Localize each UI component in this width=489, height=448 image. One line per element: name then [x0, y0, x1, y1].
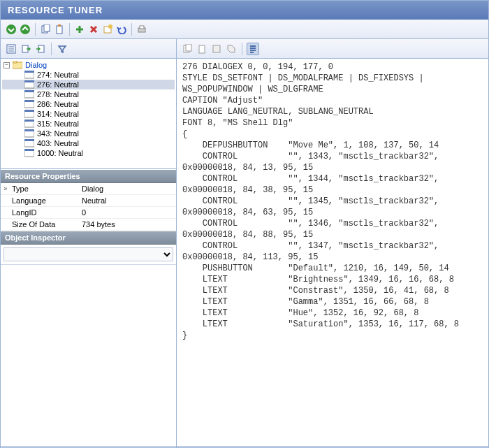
dialog-icon [24, 71, 34, 79]
separator [69, 23, 70, 36]
svg-rect-22 [24, 100, 34, 102]
dialog-icon [24, 129, 34, 138]
edit-icon[interactable] [101, 23, 114, 36]
svg-rect-4 [57, 26, 62, 34]
svg-rect-35 [199, 45, 205, 53]
svg-rect-30 [24, 139, 34, 141]
tag-icon[interactable] [225, 43, 238, 55]
paste-icon[interactable] [53, 23, 66, 36]
separator [51, 43, 52, 55]
resource-tree[interactable]: − Dialog 274: Neutral 276: Neutral 278: … [1, 59, 176, 169]
svg-rect-26 [24, 120, 34, 122]
delete-icon[interactable] [87, 23, 100, 36]
right-toolbar [177, 39, 488, 59]
text-mode-icon[interactable] [247, 43, 259, 55]
prop-row: Size Of Data734 bytes [1, 219, 176, 231]
dialog-icon [24, 149, 34, 157]
collapse-icon[interactable]: − [3, 62, 10, 68]
add-icon[interactable] [73, 23, 86, 36]
separator [35, 23, 36, 36]
folder-icon [13, 61, 22, 69]
up-arrow-icon[interactable] [19, 23, 31, 36]
dialog-icon [24, 110, 34, 118]
prop-row: TypeDialog [1, 183, 176, 195]
left-pane: − Dialog 274: Neutral 276: Neutral 278: … [1, 39, 177, 446]
print-icon[interactable] [136, 23, 148, 36]
left-toolbar [1, 39, 176, 59]
undo-icon[interactable] [115, 23, 128, 36]
import-icon[interactable] [34, 43, 47, 55]
svg-rect-34 [186, 44, 191, 51]
prop-row: LanguageNeutral [1, 195, 176, 207]
copy-icon[interactable] [39, 23, 52, 36]
separator [131, 23, 132, 36]
tree-item[interactable]: 315: Neutral [2, 119, 175, 129]
dialog-icon [24, 80, 34, 89]
title-bar: RESOURCE TUNER [1, 1, 488, 20]
svg-rect-20 [24, 90, 34, 92]
dialog-icon [24, 100, 34, 108]
inspector-select[interactable] [3, 247, 173, 261]
tree-root-label: Dialog [25, 61, 47, 69]
svg-rect-32 [24, 149, 34, 151]
svg-rect-36 [213, 45, 220, 52]
tree-item[interactable]: 1000: Neutral [2, 148, 175, 158]
svg-point-0 [6, 24, 16, 34]
inspector-body [1, 264, 176, 446]
svg-rect-5 [58, 24, 61, 27]
right-pane: 276 DIALOGEX 0, 0, 194, 177, 0 STYLE DS_… [177, 39, 488, 446]
list-icon[interactable] [5, 43, 17, 55]
tree-item[interactable]: 286: Neutral [2, 99, 175, 109]
script-view[interactable]: 276 DIALOGEX 0, 0, 194, 177, 0 STYLE DS_… [177, 59, 488, 446]
main-toolbar [1, 20, 488, 39]
tree-item[interactable]: 314: Neutral [2, 109, 175, 119]
prop-row: LangID0 [1, 207, 176, 219]
svg-rect-24 [24, 110, 34, 112]
svg-point-7 [108, 24, 112, 29]
tree-item[interactable]: 276: Neutral [2, 80, 175, 89]
tree-item[interactable]: 274: Neutral [2, 70, 175, 80]
svg-rect-28 [24, 129, 34, 131]
resource-properties-header: Resource Properties [1, 169, 176, 183]
tree-item[interactable]: 403: Neutral [2, 138, 175, 148]
dialog-icon [24, 90, 34, 99]
tree-root-dialog[interactable]: − Dialog [2, 60, 175, 70]
save-icon[interactable] [210, 43, 223, 55]
tree-item[interactable]: 343: Neutral [2, 129, 175, 138]
svg-rect-9 [140, 26, 144, 29]
export-icon[interactable] [20, 43, 32, 55]
paste-icon[interactable] [196, 43, 208, 55]
object-inspector-header: Object Inspector [1, 231, 176, 245]
svg-rect-14 [13, 61, 17, 63]
filter-icon[interactable] [56, 43, 68, 55]
app-title: RESOURCE TUNER [8, 5, 103, 15]
down-arrow-icon[interactable] [5, 23, 17, 36]
svg-rect-18 [24, 80, 34, 82]
copy-icon[interactable] [181, 43, 194, 55]
properties-grid: TypeDialog LanguageNeutral LangID0 Size … [1, 183, 176, 231]
separator [242, 43, 242, 55]
svg-rect-16 [24, 71, 34, 73]
tree-item[interactable]: 278: Neutral [2, 89, 175, 99]
svg-point-1 [20, 24, 30, 34]
dialog-icon [24, 120, 34, 128]
dialog-icon [24, 139, 34, 147]
svg-rect-3 [44, 24, 50, 31]
